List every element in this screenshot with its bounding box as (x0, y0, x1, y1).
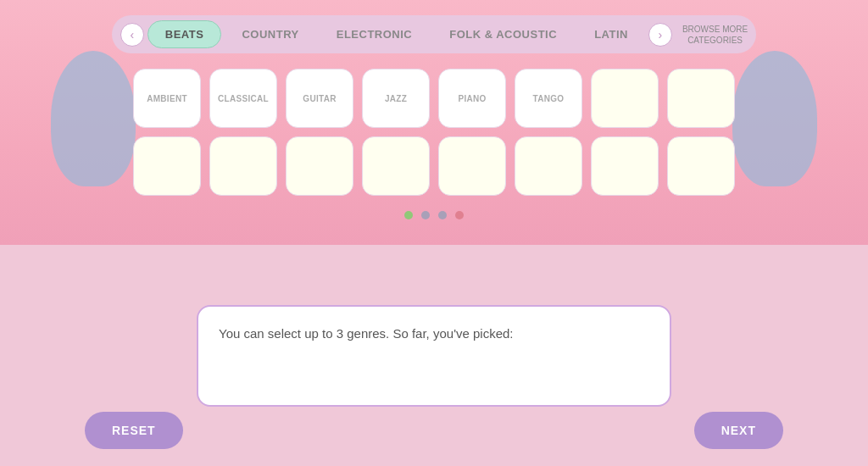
dot-2[interactable] (421, 211, 430, 219)
tab-latin[interactable]: LATIN (577, 21, 645, 47)
tab-beats[interactable]: BEATS (147, 20, 222, 48)
genre-grid: AMBIENT CLASSICAL GUITAR JAZZ PIANO TANG… (133, 69, 735, 196)
next-arrow[interactable]: › (648, 23, 672, 47)
info-text: You can select up to 3 genres. So far, y… (219, 326, 514, 341)
genre-empty-7[interactable] (438, 136, 506, 196)
decorative-right (732, 51, 817, 186)
reset-button[interactable]: RESET (85, 412, 183, 449)
genre-empty-4[interactable] (209, 136, 277, 196)
tab-folk[interactable]: FOLK & ACOUSTIC (432, 21, 574, 47)
genre-empty-3[interactable] (133, 136, 201, 196)
next-button[interactable]: NEXT (694, 412, 783, 449)
browse-more[interactable]: BROWSE MORE CATEGORIES (682, 24, 748, 46)
genre-empty-10[interactable] (667, 136, 735, 196)
genre-piano[interactable]: PIANO (438, 69, 506, 128)
genre-jazz[interactable]: JAZZ (362, 69, 430, 128)
genre-empty-2[interactable] (667, 69, 735, 128)
top-section: ‹ BEATS COUNTRY ELECTRONIC FOLK & ACOUST… (0, 0, 868, 245)
bottom-section: You can select up to 3 genres. So far, y… (0, 245, 868, 466)
category-bar: ‹ BEATS COUNTRY ELECTRONIC FOLK & ACOUST… (112, 15, 756, 53)
decorative-left (51, 51, 136, 186)
tab-country[interactable]: COUNTRY (225, 21, 315, 47)
info-box: You can select up to 3 genres. So far, y… (197, 305, 671, 407)
pagination-dots (404, 211, 464, 219)
genre-guitar[interactable]: GUITAR (286, 69, 353, 128)
dot-4[interactable] (455, 211, 464, 219)
genre-classical[interactable]: CLASSICAL (209, 69, 277, 128)
genre-ambient[interactable]: AMBIENT (133, 69, 201, 128)
genre-empty-8[interactable] (515, 136, 582, 196)
genre-empty-1[interactable] (591, 69, 659, 128)
dot-1[interactable] (404, 211, 413, 219)
dot-3[interactable] (438, 211, 447, 219)
genre-empty-6[interactable] (362, 136, 430, 196)
prev-arrow[interactable]: ‹ (120, 23, 144, 47)
tab-electronic[interactable]: ELECTRONIC (320, 21, 430, 47)
genre-tango[interactable]: TANGO (515, 69, 582, 128)
genre-empty-9[interactable] (591, 136, 659, 196)
genre-empty-5[interactable] (286, 136, 353, 196)
